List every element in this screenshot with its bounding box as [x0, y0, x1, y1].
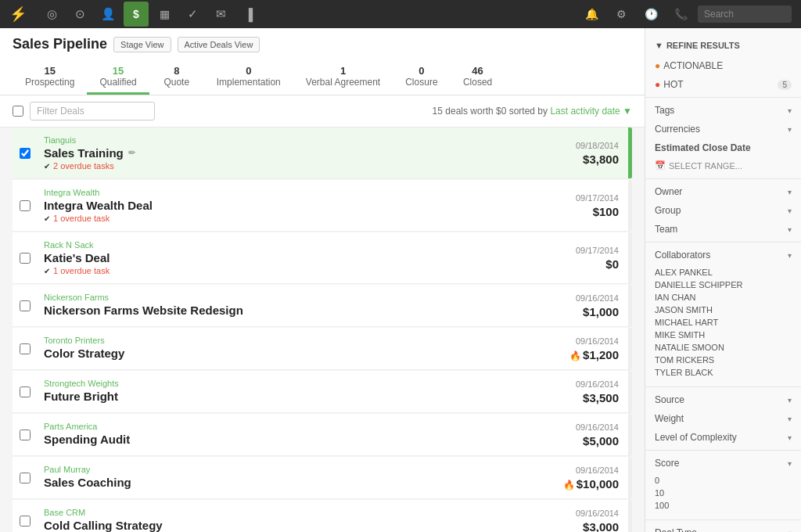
- deal-checkbox[interactable]: [20, 300, 31, 311]
- weight-filter[interactable]: Weight ▾: [645, 409, 801, 428]
- collaborator-item[interactable]: ALEX PANKEL: [655, 266, 792, 279]
- tab-closed[interactable]: 46 Closed: [451, 59, 505, 95]
- deal-name: Cold Calling Strategy ✏: [44, 519, 528, 532]
- table-row[interactable]: Rack N Sack Katie's Deal ✏ ✔ 1 overdue t…: [13, 232, 632, 284]
- tab-closure[interactable]: 0 Closure: [393, 59, 450, 95]
- deal-checkbox[interactable]: [20, 253, 31, 264]
- hot-badge: 5: [778, 80, 792, 90]
- deal-checkbox[interactable]: [20, 148, 31, 159]
- deal-company[interactable]: Base CRM: [44, 508, 528, 517]
- deal-bar: [628, 414, 632, 455]
- mail-icon[interactable]: ✉: [208, 2, 233, 27]
- table-row[interactable]: Nickerson Farms Nickerson Farms Website …: [13, 285, 632, 327]
- deal-meta: 09/17/2014 $0: [534, 232, 628, 283]
- speedometer-icon[interactable]: ◎: [39, 2, 64, 27]
- collaborator-item[interactable]: MIKE SMITH: [655, 329, 792, 341]
- score-filter[interactable]: Score ▾: [645, 454, 801, 473]
- deal-name: Spending Audit ✏: [44, 433, 528, 446]
- tab-prospecting[interactable]: 15 Prospecting: [13, 59, 87, 95]
- calendar-icon[interactable]: ▦: [152, 2, 177, 27]
- collaborator-item[interactable]: DANIELLE SCHIPPER: [655, 279, 792, 291]
- deal-company[interactable]: Paul Murray: [44, 465, 528, 474]
- page-header: Sales Pipeline Stage View Active Deals V…: [0, 28, 645, 95]
- phone-icon[interactable]: 📞: [668, 2, 693, 27]
- person-icon[interactable]: 👤: [95, 2, 120, 27]
- tags-filter[interactable]: Tags ▾: [645, 101, 801, 120]
- owner-filter[interactable]: Owner ▾: [645, 182, 801, 201]
- dollar-icon[interactable]: $: [124, 2, 149, 27]
- content-area: Sales Pipeline Stage View Active Deals V…: [0, 28, 645, 532]
- tab-implementation[interactable]: 0 Implementation: [204, 59, 293, 95]
- collaborator-item[interactable]: MICHAEL HART: [655, 316, 792, 329]
- collaborator-item[interactable]: TYLER BLACK: [655, 366, 792, 379]
- deal-check-col: [13, 232, 38, 283]
- active-deals-view-button[interactable]: Active Deals View: [178, 37, 260, 52]
- deal-meta: 09/16/2014 $1,000: [534, 285, 628, 326]
- estimated-close-filter[interactable]: Estimated Close Date: [645, 138, 801, 157]
- collaborators-filter[interactable]: Collaborators ▾: [645, 246, 801, 264]
- collaborator-item[interactable]: NATALIE SMOON: [655, 341, 792, 354]
- select-all-checkbox[interactable]: [13, 106, 23, 117]
- deal-checkbox[interactable]: [20, 386, 31, 397]
- select-range[interactable]: 📅 SELECT RANGE...: [645, 157, 801, 175]
- score-item[interactable]: 0: [655, 474, 792, 487]
- deal-bar: [628, 180, 632, 231]
- deal-company[interactable]: Toronto Printers: [44, 336, 528, 345]
- score-item[interactable]: 100: [655, 499, 792, 512]
- table-row[interactable]: Base CRM Cold Calling Strategy ✏ 09/16/2…: [13, 500, 632, 532]
- hot-filter[interactable]: ● HOT 5: [645, 75, 801, 94]
- actionable-filter[interactable]: ● ACTIONABLE: [645, 56, 801, 75]
- deal-checkbox[interactable]: [20, 343, 31, 354]
- deal-info: Nickerson Farms Nickerson Farms Website …: [38, 285, 534, 326]
- bell-icon[interactable]: 🔔: [579, 2, 604, 27]
- app-logo[interactable]: ⚡: [9, 5, 27, 23]
- currencies-filter[interactable]: Currencies ▾: [645, 120, 801, 138]
- complexity-filter[interactable]: Level of Complexity ▾: [645, 428, 801, 447]
- chart-icon[interactable]: ▐: [236, 2, 261, 27]
- group-filter[interactable]: Group ▾: [645, 201, 801, 220]
- table-row[interactable]: Paul Murray Sales Coaching ✏ 09/16/2014 …: [13, 457, 632, 499]
- table-row[interactable]: Toronto Printers Color Strategy ✏ 09/16/…: [13, 328, 632, 370]
- settings-icon[interactable]: ⚙: [609, 2, 634, 27]
- deal-company[interactable]: Parts America: [44, 422, 528, 431]
- stage-view-button[interactable]: Stage View: [113, 37, 171, 52]
- table-row[interactable]: Tianguis Sales Training ✏ ✔ 2 overdue ta…: [13, 128, 632, 179]
- search-input[interactable]: [698, 5, 792, 23]
- checkmark-icon[interactable]: ✓: [180, 2, 205, 27]
- deal-checkbox[interactable]: [20, 516, 31, 527]
- edit-icon[interactable]: ✏: [128, 148, 135, 158]
- owner-caret: ▾: [788, 188, 792, 196]
- score-item[interactable]: 10: [655, 487, 792, 499]
- filter-input[interactable]: [30, 102, 155, 120]
- main-wrapper: Sales Pipeline Stage View Active Deals V…: [0, 28, 801, 532]
- deal-checkbox[interactable]: [20, 200, 31, 211]
- deal-checkbox[interactable]: [20, 473, 31, 483]
- deal-company[interactable]: Nickerson Farms: [44, 293, 528, 302]
- collaborator-item[interactable]: JASON SMITH: [655, 304, 792, 316]
- collaborator-item[interactable]: TOM RICKERS: [655, 354, 792, 366]
- clock-icon[interactable]: 🕐: [638, 2, 663, 27]
- deal-amount: $100: [593, 205, 619, 218]
- deal-company[interactable]: Tianguis: [44, 135, 528, 145]
- dot-icon: ●: [655, 60, 660, 71]
- tab-quote[interactable]: 8 Quote: [149, 59, 204, 95]
- tab-verbal-agreement[interactable]: 1 Verbal Agreement: [293, 59, 393, 95]
- deal-meta: 09/16/2014 🔥$10,000: [534, 457, 628, 498]
- source-filter[interactable]: Source ▾: [645, 390, 801, 409]
- tab-qualified[interactable]: 15 Qualified: [87, 59, 149, 95]
- table-row[interactable]: Parts America Spending Audit ✏ 09/16/201…: [13, 414, 632, 456]
- deal-checkbox[interactable]: [20, 430, 31, 440]
- team-caret: ▾: [788, 225, 792, 234]
- deal-company[interactable]: Strongtech Weights: [44, 379, 528, 388]
- team-filter[interactable]: Team ▾: [645, 220, 801, 239]
- collaborator-item[interactable]: IAN CHAN: [655, 291, 792, 304]
- deal-date: 09/16/2014: [576, 379, 619, 389]
- deal-type-filter[interactable]: Deal Type ▾: [645, 523, 801, 532]
- sort-link[interactable]: Last activity date ▼: [550, 106, 632, 117]
- table-row[interactable]: Strongtech Weights Future Bright ✏ 09/16…: [13, 371, 632, 413]
- deal-company[interactable]: Integra Wealth: [44, 188, 528, 197]
- table-row[interactable]: Integra Wealth Integra Wealth Deal ✏ ✔ 1…: [13, 180, 632, 232]
- deal-company[interactable]: Rack N Sack: [44, 240, 528, 250]
- complexity-caret: ▾: [788, 433, 792, 442]
- timer-icon[interactable]: ⊙: [67, 2, 92, 27]
